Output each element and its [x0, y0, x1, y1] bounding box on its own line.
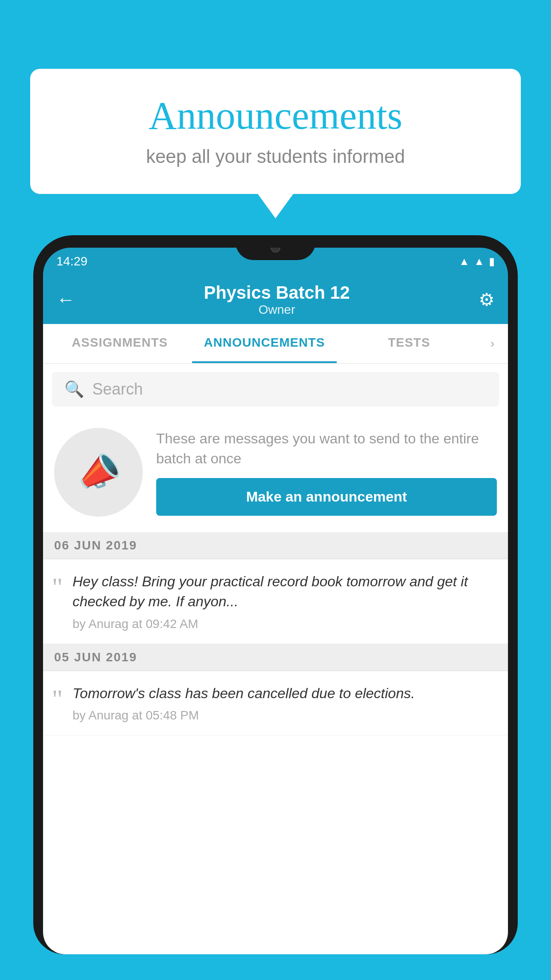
search-icon: 🔍	[64, 380, 84, 399]
announcement-message-1: Hey class! Bring your practical record b…	[73, 572, 497, 612]
tabs-bar: ASSIGNMENTS ANNOUNCEMENTS TESTS ›	[43, 324, 508, 364]
announcement-right: These are messages you want to send to t…	[156, 429, 497, 516]
announcement-item-2[interactable]: " Tomorrow's class has been cancelled du…	[43, 671, 508, 736]
back-button[interactable]: ←	[56, 289, 75, 310]
make-announcement-button[interactable]: Make an announcement	[156, 478, 497, 516]
announcement-icon-circle: 📣	[54, 428, 143, 517]
announcement-message-2: Tomorrow's class has been cancelled due …	[73, 684, 497, 703]
status-time: 14:29	[56, 254, 87, 269]
app-bar: ← Physics Batch 12 Owner ⚙	[43, 275, 508, 324]
search-bar[interactable]: 🔍 Search	[52, 372, 499, 407]
settings-button[interactable]: ⚙	[479, 289, 495, 310]
announcement-meta-2: by Anurag at 05:48 PM	[73, 708, 497, 723]
status-bar: 14:29 ▲ ▲ ▮	[43, 248, 508, 275]
speech-bubble-subtitle: keep all your students informed	[57, 146, 494, 167]
tab-tests[interactable]: TESTS	[337, 324, 481, 363]
phone-notch	[236, 248, 315, 260]
wifi-icon: ▲	[459, 255, 469, 268]
phone-mockup: 14:29 ▲ ▲ ▮ ← Physics Batch 12 Owner ⚙	[33, 235, 518, 980]
speech-bubble-arrow	[258, 194, 293, 218]
megaphone-icon: 📣	[72, 447, 126, 498]
battery-icon: ▮	[489, 255, 495, 268]
tab-assignments[interactable]: ASSIGNMENTS	[47, 324, 192, 363]
tabs-more[interactable]: ›	[481, 336, 504, 351]
speech-bubble-section: Announcements keep all your students inf…	[30, 69, 521, 218]
search-input-placeholder[interactable]: Search	[92, 380, 143, 399]
announcement-text-2: Tomorrow's class has been cancelled due …	[73, 684, 497, 723]
app-bar-center: Physics Batch 12 Owner	[75, 283, 479, 317]
announcement-description: These are messages you want to send to t…	[156, 429, 497, 469]
date-separator-2: 05 JUN 2019	[43, 644, 508, 671]
phone-content: 🔍 Search 📣 These are messages you want t…	[43, 364, 508, 954]
signal-icon: ▲	[474, 255, 484, 268]
date-separator-1: 06 JUN 2019	[43, 532, 508, 559]
announcement-item-1[interactable]: " Hey class! Bring your practical record…	[43, 559, 508, 644]
announcement-text-1: Hey class! Bring your practical record b…	[73, 572, 497, 631]
phone-screen: 14:29 ▲ ▲ ▮ ← Physics Batch 12 Owner ⚙	[43, 248, 508, 954]
app-bar-subtitle: Owner	[75, 303, 479, 317]
speech-bubble-card: Announcements keep all your students inf…	[30, 69, 521, 194]
quote-icon-1: "	[52, 574, 63, 601]
quote-icon-2: "	[52, 686, 63, 712]
status-icons: ▲ ▲ ▮	[459, 255, 495, 268]
phone-outer-frame: 14:29 ▲ ▲ ▮ ← Physics Batch 12 Owner ⚙	[33, 235, 518, 954]
speech-bubble-title: Announcements	[57, 93, 494, 138]
tab-announcements[interactable]: ANNOUNCEMENTS	[192, 324, 337, 363]
announcement-meta-1: by Anurag at 09:42 AM	[73, 617, 497, 631]
phone-camera	[271, 248, 280, 253]
app-bar-title: Physics Batch 12	[75, 283, 479, 303]
announcement-prompt-section: 📣 These are messages you want to send to…	[43, 415, 508, 532]
search-bar-wrapper: 🔍 Search	[43, 364, 508, 415]
